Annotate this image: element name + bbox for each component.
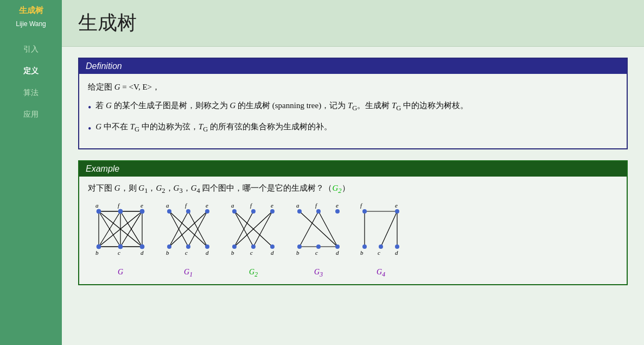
svg-point-53 (232, 244, 237, 249)
bullet-text-2: G 中不在 TG 中的边称为弦，TG 的所有弦的集合称为生成树的补。 (95, 120, 332, 135)
graph-G4-label: G4 (377, 268, 385, 278)
svg-text:e: e (271, 202, 273, 209)
svg-text:f: f (185, 202, 188, 209)
example-header: Example (79, 161, 627, 177)
definition-intro: 给定图 G = <V, E>， (88, 80, 618, 95)
svg-text:f: f (118, 202, 120, 209)
svg-text:d: d (206, 249, 209, 256)
svg-text:c: c (185, 249, 188, 256)
definition-box: Definition 给定图 G = <V, E>， • 若 G 的某个生成子图… (78, 58, 628, 149)
svg-point-33 (167, 209, 171, 214)
graph-G4: f e b c d G4 (354, 200, 408, 278)
svg-point-20 (140, 244, 144, 249)
svg-point-17 (140, 209, 144, 214)
svg-line-63 (299, 211, 318, 247)
svg-point-19 (118, 244, 123, 249)
sidebar-item-yingyong[interactable]: 应用 (0, 108, 62, 121)
sidebar-item-dingyi[interactable]: 定义 (0, 65, 62, 78)
svg-point-67 (297, 209, 302, 214)
svg-point-72 (335, 244, 340, 249)
svg-point-83 (362, 209, 367, 214)
sidebar-item-suanfa[interactable]: 算法 (0, 86, 62, 99)
svg-point-50 (232, 209, 237, 214)
svg-text:d: d (336, 249, 339, 256)
svg-text:a: a (231, 202, 234, 209)
svg-point-34 (186, 209, 190, 214)
svg-text:c: c (250, 249, 253, 256)
svg-text:a: a (166, 202, 169, 209)
svg-point-15 (97, 209, 101, 214)
main-content: 生成树 Definition 给定图 G = <V, E>， • 若 G 的某个… (62, 0, 644, 345)
graphs-row: a f e b c d G (88, 200, 618, 278)
sidebar: 生成树 Lijie Wang 引入 定义 算法 应用 (0, 0, 62, 345)
svg-point-55 (270, 244, 275, 249)
definition-body: 给定图 G = <V, E>， • 若 G 的某个生成子图是树，则称之为 G 的… (79, 74, 627, 148)
svg-text:c: c (378, 249, 380, 256)
svg-text:b: b (166, 249, 169, 256)
svg-point-71 (316, 244, 321, 249)
bullet-dot-2: • (88, 121, 91, 137)
svg-line-64 (318, 211, 337, 247)
svg-point-37 (186, 244, 190, 249)
svg-line-62 (299, 211, 337, 247)
svg-text:f: f (315, 202, 318, 209)
svg-text:b: b (231, 249, 234, 256)
svg-text:e: e (336, 202, 339, 209)
svg-point-16 (118, 209, 123, 214)
svg-text:e: e (206, 202, 208, 209)
svg-point-84 (395, 209, 399, 214)
svg-line-81 (381, 211, 397, 247)
graph-G2-label: G2 (249, 268, 258, 278)
sidebar-title[interactable]: 生成树 (19, 5, 43, 16)
svg-text:e: e (395, 202, 398, 209)
svg-point-18 (97, 244, 101, 249)
svg-text:c: c (118, 249, 120, 256)
svg-point-69 (335, 209, 340, 214)
svg-point-38 (205, 244, 209, 249)
example-body: 对下图 G，则 G1，G2，G3，G4 四个图中，哪一个是它的生成树？（G2） (79, 177, 627, 285)
svg-point-52 (270, 209, 275, 214)
content-area: Definition 给定图 G = <V, E>， • 若 G 的某个生成子图… (62, 47, 644, 296)
graph-G3-label: G3 (314, 268, 323, 278)
page-title: 生成树 (78, 10, 628, 36)
svg-line-49 (253, 211, 272, 247)
svg-text:f: f (250, 202, 253, 209)
svg-text:b: b (296, 249, 299, 256)
svg-text:b: b (95, 249, 99, 256)
svg-text:e: e (141, 202, 143, 209)
example-box: Example 对下图 G，则 G1，G2，G3，G4 四个图中，哪一个是它的生… (78, 160, 628, 286)
graph-G-label: G (118, 268, 123, 277)
svg-point-70 (297, 244, 302, 249)
definition-bullet-2: • G 中不在 TG 中的边称为弦，TG 的所有弦的集合称为生成树的补。 (88, 120, 618, 137)
page-header: 生成树 (62, 0, 644, 47)
definition-header: Definition (79, 59, 627, 74)
svg-text:d: d (271, 249, 274, 256)
svg-point-35 (205, 209, 209, 214)
svg-point-51 (251, 209, 256, 214)
svg-text:f: f (360, 202, 363, 209)
graph-G: a f e b c d G (88, 200, 153, 277)
bullet-dot-1: • (88, 99, 91, 116)
bullet-text-1: 若 G 的某个生成子图是树，则称之为 G 的生成树 (spanning tree… (95, 99, 468, 114)
svg-text:d: d (141, 249, 144, 256)
graph-G1-label: G1 (184, 268, 193, 278)
definition-bullet-1: • 若 G 的某个生成子图是树，则称之为 G 的生成树 (spanning tr… (88, 99, 618, 116)
svg-point-54 (251, 244, 256, 249)
svg-point-36 (167, 244, 171, 249)
graph-G1: a f e b c d G1 (158, 200, 218, 278)
svg-point-68 (316, 209, 321, 214)
svg-point-87 (395, 244, 399, 249)
sidebar-author: Lijie Wang (16, 20, 46, 28)
svg-text:b: b (360, 249, 364, 256)
svg-point-85 (362, 244, 367, 249)
svg-text:d: d (395, 249, 398, 256)
graph-G3: a f e b c d G3 (289, 200, 348, 278)
sidebar-item-yinru[interactable]: 引入 (0, 43, 62, 56)
svg-text:a: a (95, 202, 99, 209)
graph-G2: a f e b c d G2 (224, 200, 283, 278)
svg-point-86 (379, 244, 383, 249)
example-question: 对下图 G，则 G1，G2，G3，G4 四个图中，哪一个是它的生成树？（G2） (88, 183, 618, 195)
svg-text:c: c (315, 249, 318, 256)
svg-text:a: a (296, 202, 299, 209)
